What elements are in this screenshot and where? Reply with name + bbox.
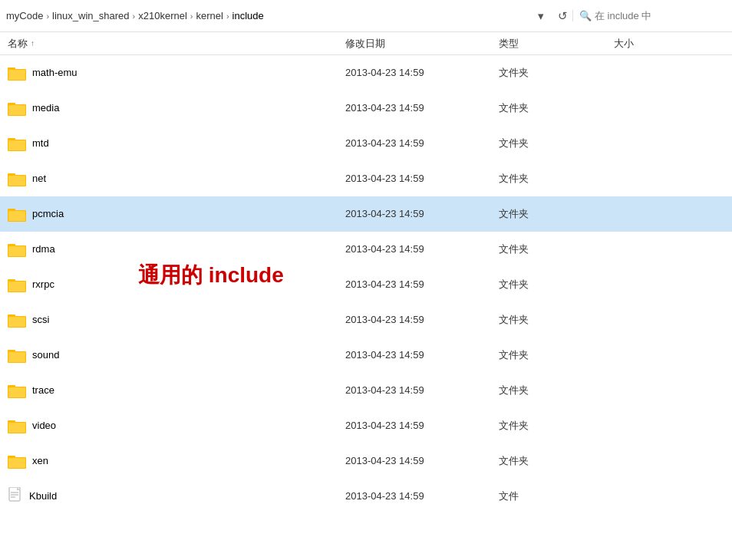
table-row[interactable]: trace2013-04-23 14:59文件夹 [0,373,732,408]
file-name-cell: xen [8,453,345,469]
svg-rect-2 [8,70,25,80]
file-name-cell: net [8,171,345,186]
file-date-cell: 2013-04-23 14:59 [345,243,499,255]
svg-rect-20 [8,282,25,292]
table-row[interactable]: media2013-04-23 14:59文件夹 [0,91,732,126]
svg-rect-5 [8,105,25,115]
svg-rect-23 [8,317,25,327]
file-name-cell: video [8,418,345,433]
file-type-cell: 文件夹 [499,313,614,327]
sep-3: › [190,12,193,21]
folder-icon [8,171,26,186]
file-type-cell: 文件夹 [499,172,614,186]
folder-icon [8,453,26,469]
file-type-cell: 文件夹 [499,66,614,80]
file-type-cell: 文件夹 [499,384,614,397]
file-date-cell: 2013-04-23 14:59 [345,278,499,290]
file-date-cell: 2013-04-23 14:59 [345,384,499,396]
file-name-label: video [32,420,56,431]
table-row[interactable]: Kbuild2013-04-23 14:59文件 [0,479,732,514]
file-name-label: net [32,173,46,184]
file-type-cell: 文件夹 [499,419,614,433]
file-type-cell: 文件夹 [499,137,614,150]
column-headers: 名称 ↑ 修改日期 类型 大小 [0,32,732,55]
address-actions: ▾ ↺ [533,6,572,26]
file-name-cell: media [8,100,345,116]
table-row[interactable]: video2013-04-23 14:59文件夹 [0,408,732,443]
file-date-cell: 2013-04-23 14:59 [345,137,499,149]
file-name-cell: trace [8,383,345,398]
svg-rect-32 [8,423,25,433]
file-name-label: math-emu [32,67,77,78]
file-type-cell: 文件夹 [499,278,614,292]
file-name-label: xen [32,455,48,466]
file-name-cell: mtd [8,136,345,151]
svg-rect-8 [8,140,25,150]
table-row[interactable]: net2013-04-23 14:59文件夹 [0,161,732,196]
col-header-date[interactable]: 修改日期 [345,37,499,51]
file-name-label: mtd [32,137,49,149]
search-input[interactable] [595,10,710,21]
file-name-label: sound [32,349,59,361]
file-name-label: pcmcia [32,208,64,219]
table-row[interactable]: xen2013-04-23 14:59文件夹 [0,443,732,479]
bc-linux[interactable]: linux_win_shared [52,10,129,21]
col-header-size[interactable]: 大小 [614,37,691,51]
file-name-label: trace [32,384,54,396]
svg-rect-14 [8,211,25,221]
search-bar: 🔍 [572,10,726,21]
file-date-cell: 2013-04-23 14:59 [345,455,499,466]
file-type-cell: 文件夹 [499,207,614,221]
col-name-label: 名称 [8,37,28,51]
folder-icon [8,65,26,81]
table-row[interactable]: mtd2013-04-23 14:59文件夹 [0,126,732,161]
file-date-cell: 2013-04-23 14:59 [345,173,499,184]
svg-rect-26 [8,352,25,362]
bc-mycode[interactable]: myCode [6,10,43,21]
file-name-label: Kbuild [29,490,57,502]
file-date-cell: 2013-04-23 14:59 [345,490,499,502]
file-name-cell: Kbuild [8,487,345,506]
file-name-cell: rdma [8,242,345,257]
file-type-cell: 文件 [499,489,614,503]
sep-4: › [226,12,229,21]
folder-icon [8,136,26,151]
svg-rect-11 [8,176,25,186]
file-name-cell: rxrpc [8,277,345,292]
table-row[interactable]: pcmcia2013-04-23 14:59文件夹 [0,196,732,232]
dropdown-button[interactable]: ▾ [533,6,549,26]
folder-icon [8,242,26,257]
breadcrumb: myCode › linux_win_shared › x210kernel ›… [6,10,533,21]
table-row[interactable]: math-emu2013-04-23 14:59文件夹 [0,55,732,91]
table-row[interactable]: scsi2013-04-23 14:59文件夹 [0,302,732,338]
folder-icon [8,277,26,292]
search-icon: 🔍 [579,10,592,21]
folder-icon [8,206,26,222]
file-type-cell: 文件夹 [499,101,614,115]
file-list: math-emu2013-04-23 14:59文件夹 media2013-04… [0,55,732,560]
folder-icon [8,312,26,328]
col-sort-arrow: ↑ [31,39,35,48]
file-date-cell: 2013-04-23 14:59 [345,102,499,114]
file-name-cell: pcmcia [8,206,345,222]
table-row[interactable]: rdma2013-04-23 14:59文件夹 [0,232,732,267]
svg-rect-17 [8,246,25,256]
folder-icon [8,418,26,433]
file-type-cell: 文件夹 [499,348,614,362]
file-name-label: rdma [32,243,55,255]
refresh-button[interactable]: ↺ [553,6,572,26]
bc-include[interactable]: include [232,10,264,21]
file-name-label: media [32,102,59,114]
file-date-cell: 2013-04-23 14:59 [345,420,499,431]
col-header-type[interactable]: 类型 [499,37,614,51]
table-row[interactable]: sound2013-04-23 14:59文件夹 [0,338,732,373]
folder-icon [8,100,26,116]
svg-rect-29 [8,387,25,397]
table-row[interactable]: rxrpc2013-04-23 14:59文件夹 [0,267,732,302]
col-header-name[interactable]: 名称 ↑ [8,37,345,51]
file-date-cell: 2013-04-23 14:59 [345,349,499,361]
bc-x210[interactable]: x210kernel [138,10,187,21]
bc-kernel[interactable]: kernel [196,10,223,21]
file-type-cell: 文件夹 [499,242,614,256]
folder-icon [8,383,26,398]
